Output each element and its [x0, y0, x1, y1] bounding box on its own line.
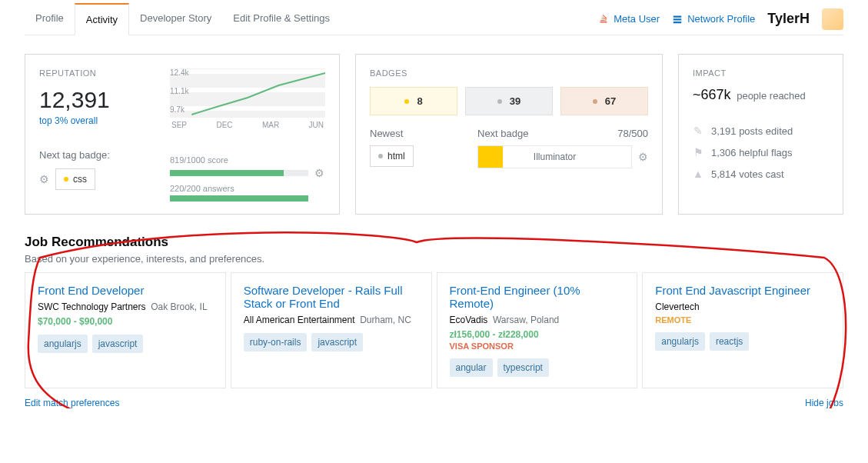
score-progress-label: 819/1000 score	[170, 155, 325, 165]
job-tag[interactable]: typescript	[497, 358, 549, 377]
silver-dot-icon	[378, 154, 383, 158]
gear-icon[interactable]: ⚙	[638, 151, 648, 163]
topbar-right: Meta User Network Profile TylerH	[598, 8, 843, 30]
svg-rect-1	[673, 18, 682, 20]
stack-icon	[598, 15, 609, 24]
job-tag[interactable]: javascript	[311, 333, 363, 351]
job-card[interactable]: Front End DeveloperSWC Technology Partne…	[25, 272, 226, 388]
score-progress-bar	[170, 170, 308, 176]
next-tag-badge-label: Next tag badge:	[39, 149, 170, 161]
impact-reach-number: ~667k	[693, 87, 731, 102]
answers-progress-bar	[170, 195, 308, 202]
job-tag[interactable]: angular	[450, 358, 493, 377]
job-tag[interactable]: angularjs	[655, 332, 705, 351]
job-remote-badge: REMOTE	[655, 315, 830, 325]
bronze-dot-icon	[593, 99, 597, 104]
silver-dot-icon	[497, 99, 502, 104]
gear-icon[interactable]: ⚙	[39, 173, 49, 185]
badges-title: BADGES	[370, 68, 648, 78]
chart-xlabel: DEC	[216, 121, 232, 129]
job-meta: SWC Technology Partners Oak Brook, IL	[38, 301, 213, 312]
gold-dot-icon	[404, 99, 409, 104]
network-profile-link[interactable]: Network Profile	[672, 13, 755, 25]
newest-badge-label: Newest	[370, 128, 462, 139]
job-tag[interactable]: javascript	[92, 335, 144, 353]
chart-ylabel-bot: 9.7k	[170, 105, 185, 114]
tab-edit-profile[interactable]: Edit Profile & Settings	[222, 3, 341, 35]
profile-tabs: Profile Activity Developer Story Edit Pr…	[25, 3, 341, 35]
impact-title: IMPACT	[693, 68, 829, 78]
activity-cards: REPUTATION 12,391 top 3% overall Next ta…	[25, 54, 843, 215]
reputation-rank-link[interactable]: top 3% overall	[39, 115, 98, 126]
job-title-link[interactable]: Front-End Engineer (10% Remote)	[450, 284, 625, 310]
username[interactable]: TylerH	[767, 11, 810, 27]
gold-badge-count[interactable]: 8	[370, 87, 457, 115]
job-title-link[interactable]: Front End Javascript Engineer	[655, 284, 830, 297]
next-badge-count: 78/500	[617, 128, 648, 139]
edit-match-preferences-link[interactable]: Edit match preferences	[25, 398, 119, 408]
job-card[interactable]: Software Developer - Rails Full Stack or…	[231, 272, 432, 388]
next-badge-progress: Illuminator	[477, 145, 632, 168]
tab-developer-story[interactable]: Developer Story	[129, 3, 222, 35]
next-badge-name: Illuminator	[534, 152, 576, 162]
meta-user-link[interactable]: Meta User	[598, 13, 660, 25]
job-tag[interactable]: reactjs	[710, 332, 749, 351]
tab-activity[interactable]: Activity	[75, 3, 129, 35]
job-card[interactable]: Front End Javascript EngineerClevertechR…	[642, 272, 843, 388]
newest-badge[interactable]: html	[370, 145, 414, 167]
job-salary: zł156,000 - zł228,000	[450, 329, 539, 340]
chart-xlabel: SEP	[171, 121, 187, 129]
avatar[interactable]	[822, 8, 843, 30]
network-profile-label: Network Profile	[687, 13, 755, 25]
newest-badge-text: html	[387, 151, 405, 162]
votes-cast: 5,814 votes cast	[711, 168, 784, 180]
job-card[interactable]: Front-End Engineer (10% Remote)EcoVadis …	[437, 272, 638, 388]
answers-progress-label: 220/200 answers	[170, 184, 325, 193]
badges-card: BADGES 8 39 67 Newest html Next badge 78…	[355, 54, 663, 215]
chart-xlabel: JUN	[309, 121, 324, 129]
silver-badge-count[interactable]: 39	[465, 87, 553, 115]
chart-ylabel-mid: 11.1k	[170, 87, 188, 95]
job-meta: All American Entertainment Durham, NC	[244, 315, 419, 325]
next-tag-badge-text: css	[73, 174, 87, 185]
gear-icon[interactable]: ⚙	[314, 167, 324, 179]
vote-icon: ▲	[693, 168, 703, 180]
job-recommendations-section: Job Recommendations Based on your experi…	[25, 235, 843, 408]
job-salary: $70,000 - $90,000	[38, 316, 112, 327]
chart-ylabel-top: 12.4k	[170, 68, 188, 77]
posts-edited: 3,191 posts edited	[711, 125, 793, 137]
bronze-badge-count[interactable]: 67	[560, 87, 648, 115]
helpful-flags: 1,306 helpful flags	[711, 147, 793, 158]
hide-jobs-link[interactable]: Hide jobs	[805, 398, 843, 408]
next-badge-label: Next badge	[477, 128, 529, 139]
job-title-link[interactable]: Software Developer - Rails Full Stack or…	[244, 284, 419, 310]
pencil-icon: ✎	[693, 125, 703, 137]
chart-xlabel: MAR	[262, 121, 279, 129]
jobs-subtitle: Based on your experience, interests, and…	[25, 253, 843, 265]
reputation-value: 12,391	[39, 87, 170, 113]
job-visa-badge: VISA SPONSOR	[450, 341, 625, 351]
svg-rect-0	[673, 15, 682, 17]
svg-rect-2	[673, 22, 682, 23]
job-meta: EcoVadis Warsaw, Poland	[450, 315, 625, 325]
next-tag-badge[interactable]: css	[55, 168, 95, 190]
network-icon	[672, 15, 683, 24]
jobs-title: Job Recommendations	[25, 235, 843, 250]
meta-user-label: Meta User	[614, 13, 660, 25]
job-title-link[interactable]: Front End Developer	[38, 284, 213, 297]
tab-profile[interactable]: Profile	[25, 3, 75, 35]
job-meta: Clevertech	[655, 301, 830, 312]
flag-icon: ⚑	[693, 146, 703, 158]
impact-reach-suffix: people reached	[737, 90, 806, 102]
reputation-title: REPUTATION	[39, 68, 170, 78]
job-tag[interactable]: ruby-on-rails	[244, 333, 308, 351]
reputation-card: REPUTATION 12,391 top 3% overall Next ta…	[25, 54, 340, 215]
impact-card: IMPACT ~667k people reached ✎3,191 posts…	[678, 54, 843, 215]
top-bar: Profile Activity Developer Story Edit Pr…	[25, 0, 843, 35]
job-tag[interactable]: angularjs	[38, 335, 88, 353]
reputation-chart: 12.4k 11.1k 9.7k	[170, 68, 325, 118]
gold-dot-icon	[64, 177, 68, 182]
